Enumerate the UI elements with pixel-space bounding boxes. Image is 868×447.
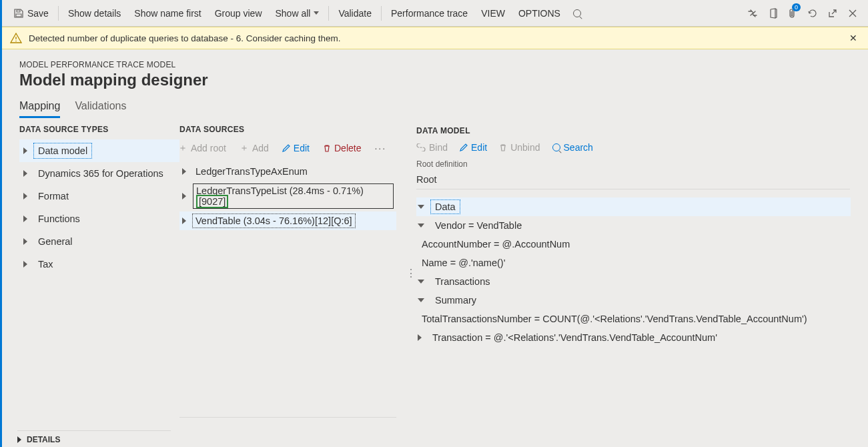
search-icon — [552, 143, 560, 151]
collapse-icon — [418, 280, 424, 284]
ds-type-d365fo[interactable]: Dynamics 365 for Operations — [19, 162, 179, 185]
dm-node-transactions[interactable]: Transactions — [416, 272, 851, 291]
expand-icon — [23, 261, 27, 268]
details-section[interactable]: DETAILS — [17, 430, 171, 444]
edit-button[interactable]: Edit — [460, 142, 487, 153]
save-button[interactable]: Save — [7, 0, 55, 27]
svg-rect-0 — [16, 14, 21, 17]
expand-icon — [17, 436, 21, 443]
dismiss-warning-button[interactable]: ✕ — [847, 33, 860, 43]
edit-button[interactable]: Edit — [280, 140, 312, 156]
validate-button[interactable]: Validate — [332, 0, 378, 27]
search-button[interactable] — [567, 0, 587, 27]
collapse-icon — [418, 298, 424, 302]
ds-item-ledgertranstypelist[interactable]: LedgerTransTypeList (28.4ms - 0.71%)[902… — [179, 181, 396, 211]
expand-icon — [23, 215, 27, 222]
dm-tree: Data Vendor = VendTable AccountNumber = … — [416, 197, 851, 347]
ds-type-general[interactable]: General — [19, 230, 179, 253]
bind-button[interactable]: Bind — [416, 142, 448, 153]
svg-rect-1 — [17, 10, 20, 12]
chevron-down-icon — [314, 11, 319, 15]
view-button[interactable]: VIEW — [474, 0, 512, 27]
ds-tree: LedgerTransTypeAxEnum LedgerTransTypeLis… — [179, 162, 396, 230]
expand-icon — [23, 147, 27, 154]
dm-node-name[interactable]: Name = @.'name()' — [416, 254, 851, 272]
data-source-types-panel: DATA SOURCE TYPES Data model Dynamics 36… — [19, 125, 179, 276]
breadcrumb: MODEL PERFORMANCE TRACE MODEL — [19, 60, 851, 69]
root-definition-value[interactable]: Root — [416, 171, 850, 189]
separator — [58, 6, 59, 21]
save-label: Save — [27, 8, 49, 19]
ds-type-format[interactable]: Format — [19, 185, 179, 207]
attachments-button[interactable]: 0 — [783, 0, 803, 27]
expand-icon — [182, 217, 186, 224]
show-all-dropdown[interactable]: Show all — [269, 0, 326, 27]
expand-icon — [23, 238, 27, 245]
separator — [328, 6, 329, 21]
search-icon — [573, 9, 581, 17]
details-label: DETAILS — [27, 435, 60, 444]
divider — [179, 417, 396, 418]
add-button[interactable]: ＋Add — [237, 139, 272, 157]
trace-count-highlight: [9027] — [196, 195, 228, 208]
search-button[interactable]: Search — [552, 142, 593, 153]
show-name-first-button[interactable]: Show name first — [127, 0, 207, 27]
ds-type-functions[interactable]: Functions — [19, 207, 179, 230]
show-details-button[interactable]: Show details — [61, 0, 127, 27]
collapse-icon — [418, 205, 424, 209]
page-title: Model mapping designer — [19, 71, 851, 89]
link-button[interactable] — [743, 0, 763, 27]
unbind-button[interactable]: Unbind — [499, 142, 540, 153]
ds-actions: ＋Add root ＋Add Edit Delete ··· — [175, 139, 396, 157]
dm-node-transaction[interactable]: Transaction = @.'<Relations'.'VendTrans.… — [416, 328, 851, 347]
dm-node-accountnum[interactable]: AccountNumber = @.AccountNum — [416, 235, 851, 254]
add-root-button[interactable]: ＋Add root — [175, 139, 229, 157]
ds-type-data-model[interactable]: Data model — [19, 139, 179, 162]
close-button[interactable] — [843, 0, 863, 27]
dm-header: DATA MODEL — [416, 126, 851, 135]
svg-point-3 — [15, 41, 17, 42]
dm-actions: Bind Edit Unbind Search — [416, 142, 851, 153]
tab-validations[interactable]: Validations — [75, 100, 126, 118]
dm-node-data[interactable]: Data — [416, 197, 851, 216]
ds-header: DATA SOURCES — [179, 125, 396, 134]
office-button[interactable] — [763, 0, 783, 27]
warning-text: Detected number of duplicate queries to … — [29, 33, 341, 43]
warning-bar: Detected number of duplicate queries to … — [2, 27, 868, 49]
save-icon — [14, 9, 23, 18]
separator — [381, 6, 382, 21]
expand-icon — [23, 193, 27, 199]
expand-icon — [418, 334, 422, 341]
options-button[interactable]: OPTIONS — [512, 0, 567, 27]
data-sources-panel: DATA SOURCES ＋Add root ＋Add Edit Delete … — [179, 125, 396, 418]
ds-type-tax[interactable]: Tax — [19, 253, 179, 276]
expand-icon — [182, 168, 186, 175]
delete-button[interactable]: Delete — [320, 140, 364, 156]
vertical-drag-handle[interactable]: ⋮ — [406, 267, 416, 280]
dm-node-total[interactable]: TotalTransactionsNumber = COUNT(@.'<Rela… — [416, 310, 851, 328]
tab-mapping[interactable]: Mapping — [19, 100, 60, 118]
dm-node-vendor[interactable]: Vendor = VendTable — [416, 216, 851, 235]
ds-item-vendtable[interactable]: VendTable (3.04s - 76.16%)[12][Q:6] — [179, 211, 396, 230]
dm-node-summary[interactable]: Summary — [416, 291, 851, 310]
performance-trace-button[interactable]: Performance trace — [384, 0, 474, 27]
root-definition-label: Root definition — [416, 159, 851, 169]
more-actions-button[interactable]: ··· — [372, 140, 389, 156]
collapse-icon — [418, 223, 424, 228]
expand-icon — [182, 193, 186, 199]
command-bar: Save Show details Show name first Group … — [2, 0, 868, 27]
refresh-button[interactable] — [803, 0, 823, 27]
tabs: Mapping Validations — [2, 95, 868, 118]
ds-types-header: DATA SOURCE TYPES — [19, 125, 179, 134]
warning-icon — [10, 33, 22, 43]
data-model-panel: DATA MODEL Bind Edit Unbind Search Root … — [396, 125, 851, 347]
popout-button[interactable] — [823, 0, 843, 27]
expand-icon — [23, 170, 27, 177]
ds-item-ledgertranstypeaxenum[interactable]: LedgerTransTypeAxEnum — [179, 162, 396, 181]
group-view-button[interactable]: Group view — [208, 0, 269, 27]
attachments-badge: 0 — [792, 3, 801, 11]
